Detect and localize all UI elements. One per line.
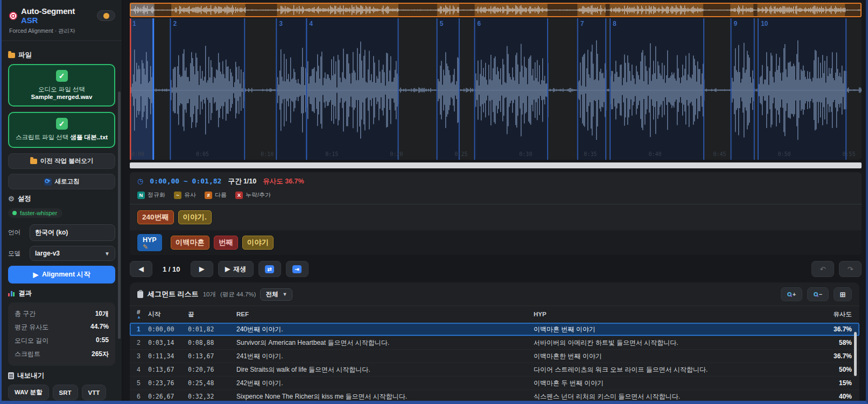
column-hyp[interactable]: HYP bbox=[534, 311, 814, 317]
export-vtt-button[interactable]: VTT bbox=[82, 385, 107, 400]
results-card: 총 구간10개평균 유사도44.7%오디오 길이0:55스크립트265자 bbox=[8, 302, 115, 366]
row-start-time: 0:13,67 bbox=[148, 366, 188, 373]
word-token[interactable]: 240번째 bbox=[137, 210, 174, 224]
legend-item: ~유사 bbox=[174, 191, 196, 199]
script-file-select-button[interactable]: ✓스크립트 파일 선택 샘플 대본..txt bbox=[8, 112, 115, 148]
play-button[interactable]: ▶재생 bbox=[218, 261, 254, 277]
redo-button[interactable]: ↷ bbox=[839, 261, 862, 277]
column-ref[interactable]: REF bbox=[236, 311, 534, 317]
result-value: 10개 bbox=[95, 309, 109, 318]
chevron-down-icon: ▼ bbox=[104, 251, 110, 257]
row-similarity: 15% bbox=[814, 379, 859, 387]
next-segment-button[interactable]: ▶ bbox=[191, 261, 213, 277]
table-row[interactable]: 20:03,140:08,88Survivor의 American Heartb… bbox=[130, 336, 859, 350]
table-row[interactable]: 10:00,000:01,82240번째 이야기.이백마흔 번째 이야기36.7… bbox=[130, 323, 859, 336]
loop-toggle-button[interactable]: ⇄ bbox=[258, 261, 281, 277]
document-icon bbox=[8, 372, 14, 379]
export-srt-button[interactable]: SRT bbox=[53, 385, 78, 400]
load-previous-work-button[interactable]: 이전 작업 불러오기 bbox=[8, 153, 115, 169]
model-select[interactable]: large-v3 ▼ bbox=[30, 246, 115, 261]
zoom-in-button[interactable]: + bbox=[781, 287, 802, 301]
language-input[interactable]: 한국어 (ko) bbox=[30, 224, 115, 241]
status-dot-icon bbox=[12, 211, 17, 215]
waveform-horizontal-scrollbar[interactable] bbox=[130, 162, 862, 168]
filter-select[interactable]: 전체 ▼ bbox=[260, 288, 292, 301]
segment-time-range: 0:00,00 ~ 0:01,82 bbox=[150, 177, 221, 185]
app-title: Auto-Segment ASR bbox=[21, 6, 93, 25]
legend-badge-icon: N bbox=[137, 192, 145, 199]
file-button-label: 오디오 파일 선택 bbox=[38, 86, 85, 93]
legend-label: 다름 bbox=[215, 191, 227, 199]
row-ref-text: 242번째 이야기. bbox=[236, 379, 534, 388]
file-name: 샘플 대본..txt bbox=[70, 134, 108, 140]
row-number: 4 bbox=[130, 366, 148, 373]
result-row: 오디오 길이0:55 bbox=[15, 334, 109, 348]
row-end-time: 0:20,76 bbox=[188, 366, 236, 373]
column-end[interactable]: 끝 bbox=[188, 310, 236, 318]
app-subtitle: Forced Alignment · 관리자 bbox=[9, 27, 115, 35]
row-end-time: 0:01,82 bbox=[188, 325, 236, 333]
auto-advance-button[interactable]: ⇥ bbox=[286, 261, 309, 277]
table-row[interactable]: 40:13,670:20,76Dire Straits의 walk of lif… bbox=[130, 363, 859, 377]
row-ref-text: 240번째 이야기. bbox=[236, 325, 534, 334]
start-alignment-button[interactable]: ▶ Alignment 시작 bbox=[8, 266, 115, 283]
table-scrollbar[interactable] bbox=[854, 332, 857, 376]
row-similarity: 50% bbox=[814, 366, 859, 373]
app-logo-target-icon bbox=[9, 12, 17, 20]
undo-button[interactable]: ↶ bbox=[811, 261, 834, 277]
waveform-canvas[interactable] bbox=[130, 18, 862, 160]
sidebar-scrollbar[interactable] bbox=[118, 91, 121, 339]
checkmark-icon: ✓ bbox=[56, 118, 68, 130]
zoom-out-button[interactable]: − bbox=[807, 287, 829, 301]
result-row: 총 구간10개 bbox=[15, 307, 109, 321]
refresh-button[interactable]: ⟳ 새로고침 bbox=[8, 174, 115, 189]
result-value: 0:55 bbox=[96, 336, 109, 345]
theme-toggle[interactable] bbox=[97, 10, 115, 21]
row-ref-text: Dire Straits의 walk of life 들으면서 시작합니다. bbox=[236, 365, 534, 374]
legend-badge-icon: X bbox=[235, 192, 243, 199]
table-row[interactable]: 30:11,340:13,67241번째 이야기.이백마흔한 번째 이야기36.… bbox=[130, 350, 859, 363]
row-hyp-text: 다이어 스트레이츠의 워크 오브 라이프 들으면서 시작합니다. bbox=[534, 365, 814, 374]
word-token[interactable]: 이백마흔 bbox=[171, 236, 209, 250]
playback-counter: 1 / 10 bbox=[157, 265, 186, 273]
row-start-time: 0:03,14 bbox=[148, 339, 188, 346]
pencil-icon: ✎ bbox=[143, 244, 148, 250]
legend-badge-icon: ~ bbox=[174, 192, 181, 199]
previous-segment-button[interactable]: ◀ bbox=[130, 261, 152, 277]
legend-label: 누락/추가 bbox=[246, 191, 271, 199]
segment-list-header: 세그먼트 리스트 10개 (평균 44.7%) 전체 ▼ + − ⊞ bbox=[130, 282, 859, 306]
column-start[interactable]: 시작 bbox=[148, 310, 188, 318]
play-icon: ▶ bbox=[33, 271, 38, 279]
word-token[interactable]: 이야기. bbox=[178, 210, 212, 224]
row-ref-text: 241번째 이야기. bbox=[236, 352, 534, 361]
hyp-edit-tab[interactable]: HYP ✎ bbox=[137, 234, 162, 251]
table-row[interactable]: 50:23,760:25,48242번째 이야기.이백마흔 두 번째 이야기15… bbox=[130, 377, 859, 390]
result-label: 총 구간 bbox=[15, 309, 36, 318]
grid-icon: ⊞ bbox=[840, 290, 846, 299]
waveform-minimap[interactable] bbox=[130, 3, 862, 17]
chart-icon bbox=[8, 290, 15, 296]
result-label: 오디오 길이 bbox=[15, 336, 48, 345]
grid-view-button[interactable]: ⊞ bbox=[834, 287, 852, 301]
segment-average: (평균 44.7%) bbox=[220, 290, 256, 299]
ref-token-row: 240번째이야기. bbox=[137, 204, 854, 230]
refresh-icon: ⟳ bbox=[44, 178, 52, 186]
magnifier-minus-icon bbox=[814, 292, 818, 296]
row-similarity: 40% bbox=[814, 393, 859, 400]
minimap-canvas[interactable] bbox=[131, 4, 860, 16]
result-label: 스크립트 bbox=[15, 350, 40, 359]
column-similarity[interactable]: 유사도 bbox=[814, 310, 859, 318]
waveform[interactable] bbox=[130, 18, 862, 160]
redo-icon: ↷ bbox=[848, 265, 853, 273]
word-token[interactable]: 이야기 bbox=[242, 236, 274, 250]
row-similarity: 58% bbox=[814, 339, 859, 346]
column-number[interactable]: #▲ bbox=[130, 309, 148, 320]
word-token[interactable]: 번째 bbox=[214, 236, 238, 250]
hyp-token-row: HYP ✎ 이백마흔번째이야기 bbox=[130, 230, 862, 255]
files-section-label: 파일 bbox=[8, 51, 115, 60]
row-start-time: 0:11,34 bbox=[148, 352, 188, 360]
row-hyp-text: 이백마흔 두 번째 이야기 bbox=[534, 379, 814, 388]
export-wav-split-button[interactable]: WAV 분할 bbox=[8, 385, 49, 400]
audio-file-select-button[interactable]: ✓오디오 파일 선택 Sample_merged.wav bbox=[8, 64, 115, 107]
table-row[interactable]: 60:26,670:32,32Sixpence None The Richer의… bbox=[130, 390, 859, 401]
